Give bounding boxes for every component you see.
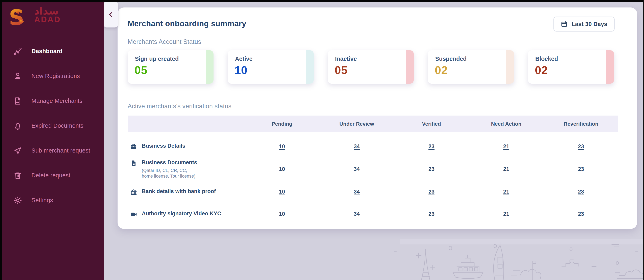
verification-value-link[interactable]: 21 xyxy=(469,211,544,217)
chevron-left-icon xyxy=(108,12,114,18)
status-card-active: Active 10 xyxy=(228,50,314,84)
file-text-icon xyxy=(130,160,137,167)
document-icon xyxy=(13,97,22,105)
status-card-suspended: Suspended 02 xyxy=(428,50,514,84)
sidebar-item-delete-request[interactable]: Delete request xyxy=(0,163,104,188)
send-icon xyxy=(13,146,22,155)
window-edge-top xyxy=(0,0,644,2)
sidebar-item-dashboard[interactable]: Dashboard xyxy=(0,39,104,64)
row-label: Authority signatory Video KYC xyxy=(142,211,221,217)
logo-latin-text: ADAD xyxy=(34,15,61,24)
sidebar-menu: Dashboard New Registrations Manage Merch… xyxy=(0,39,104,213)
sidebar-collapse-button[interactable] xyxy=(103,2,118,28)
verification-value-link[interactable]: 34 xyxy=(320,166,394,172)
sidebar-item-label: Manage Merchants xyxy=(32,98,82,104)
sidebar: S سداد ADAD Dashboard New Registrations … xyxy=(0,0,104,280)
verification-value-link[interactable]: 10 xyxy=(244,144,320,150)
verification-value-link[interactable]: 21 xyxy=(469,144,544,150)
row-label-cell: Business Details xyxy=(128,143,244,150)
column-header-need-action: Need Action xyxy=(469,121,544,127)
logo-arabic-text: سداد xyxy=(34,6,61,16)
sidebar-item-new-registrations[interactable]: New Registrations xyxy=(0,64,104,88)
user-icon xyxy=(13,72,22,81)
sidebar-item-label: Settings xyxy=(32,197,53,204)
status-card-stripe xyxy=(606,50,614,84)
status-card-label: Active xyxy=(235,56,314,62)
column-header-pending: Pending xyxy=(244,121,320,127)
verification-value-link[interactable]: 34 xyxy=(320,189,394,195)
status-card-label: Suspended xyxy=(435,56,514,62)
sadad-s-logo-icon: S xyxy=(8,5,31,29)
status-card-stripe xyxy=(206,50,214,84)
verification-value-link[interactable]: 34 xyxy=(320,211,394,217)
row-label-cell: Business Documents (Qatar ID, CL, CR, CC… xyxy=(128,159,244,179)
column-header-reverification: Reverification xyxy=(544,121,618,127)
verification-value-link[interactable]: 34 xyxy=(320,144,394,150)
status-card-label: Blocked xyxy=(535,56,614,62)
verification-value-link[interactable]: 23 xyxy=(544,144,618,150)
sidebar-item-expired-documents[interactable]: Expired Documents xyxy=(0,113,104,138)
doha-skyline-illustration xyxy=(382,232,644,280)
row-label-cell: Bank details with bank proof xyxy=(128,188,244,196)
sidebar-item-label: Dashboard xyxy=(32,48,62,55)
table-row-business-details: Business Details 10 34 23 21 23 xyxy=(128,135,618,158)
row-sublabel: (Qatar ID, CL, CR, CC, home license, Tou… xyxy=(142,168,197,179)
verification-table: Pending Under Review Verified Need Actio… xyxy=(128,115,618,225)
verification-value-link[interactable]: 23 xyxy=(544,211,618,217)
verification-value-link[interactable]: 23 xyxy=(394,189,469,195)
sidebar-item-manage-merchants[interactable]: Manage Merchants xyxy=(0,88,104,113)
video-camera-icon xyxy=(130,211,137,218)
window-edge-left xyxy=(0,0,2,280)
verification-value-link[interactable]: 23 xyxy=(394,166,469,172)
window-edge-right xyxy=(643,0,644,280)
status-card-label: Sign up created xyxy=(135,56,214,62)
column-header-under-review: Under Review xyxy=(320,121,394,127)
sidebar-item-label: New Registrations xyxy=(32,73,80,79)
sidebar-item-sub-merchant-request[interactable]: Sub merchant request xyxy=(0,138,104,163)
sidebar-item-label: Expired Documents xyxy=(32,122,84,129)
column-header-verified: Verified xyxy=(394,121,469,127)
bell-icon xyxy=(13,121,22,130)
status-card-sign-up-created: Sign up created 05 xyxy=(128,50,214,84)
table-row-business-documents: Business Documents (Qatar ID, CL, CR, CC… xyxy=(128,158,618,181)
row-label: Business Details xyxy=(142,143,185,149)
date-range-label: Last 30 Days xyxy=(572,21,607,28)
verification-value-link[interactable]: 23 xyxy=(544,166,618,172)
verification-value-link[interactable]: 10 xyxy=(244,211,320,217)
verification-value-link[interactable]: 23 xyxy=(394,211,469,217)
svg-text:S: S xyxy=(9,5,24,29)
accounts-status-section-title: Merchants Account Status xyxy=(128,38,637,45)
status-card-value: 10 xyxy=(234,63,314,77)
row-label: Business Documents xyxy=(142,159,197,166)
row-label-cell: Authority signatory Video KYC xyxy=(128,210,244,218)
verification-value-link[interactable]: 10 xyxy=(244,166,320,172)
status-card-inactive: Inactive 05 xyxy=(328,50,414,84)
status-card-stripe xyxy=(406,50,414,84)
status-card-value: 05 xyxy=(134,63,214,77)
verification-section-title: Active merchants's verification status xyxy=(128,103,637,110)
status-card-label: Inactive xyxy=(335,56,414,62)
calendar-icon xyxy=(561,21,568,28)
verification-value-link[interactable]: 10 xyxy=(244,189,320,195)
status-cards-row: Sign up created 05 Active 10 Inactive 05… xyxy=(128,50,614,84)
table-row-authority-signatory-video-kyc: Authority signatory Video KYC 10 34 23 2… xyxy=(128,203,618,225)
verification-value-link[interactable]: 23 xyxy=(394,144,469,150)
table-row-bank-details-with-bank-proof: Bank details with bank proof 10 34 23 21… xyxy=(128,181,618,203)
sidebar-item-label: Sub merchant request xyxy=(32,147,90,154)
status-card-blocked: Blocked 02 xyxy=(528,50,614,84)
bank-icon xyxy=(130,189,137,196)
sidebar-item-settings[interactable]: Settings xyxy=(0,188,104,213)
trash-icon xyxy=(13,171,22,180)
main-content-card: Merchant onboarding summary Last 30 Days… xyxy=(118,8,637,229)
verification-value-link[interactable]: 21 xyxy=(469,189,544,195)
gear-icon xyxy=(13,196,22,205)
sadad-logo[interactable]: S سداد ADAD xyxy=(0,0,104,29)
verification-value-link[interactable]: 23 xyxy=(544,189,618,195)
verification-value-link[interactable]: 21 xyxy=(469,166,544,172)
date-range-button[interactable]: Last 30 Days xyxy=(554,17,614,32)
sadad-logo-text: سداد ADAD xyxy=(34,6,61,24)
status-card-stripe xyxy=(506,50,514,84)
status-card-stripe xyxy=(306,50,314,84)
briefcase-icon xyxy=(130,143,137,150)
status-card-value: 02 xyxy=(535,63,614,77)
